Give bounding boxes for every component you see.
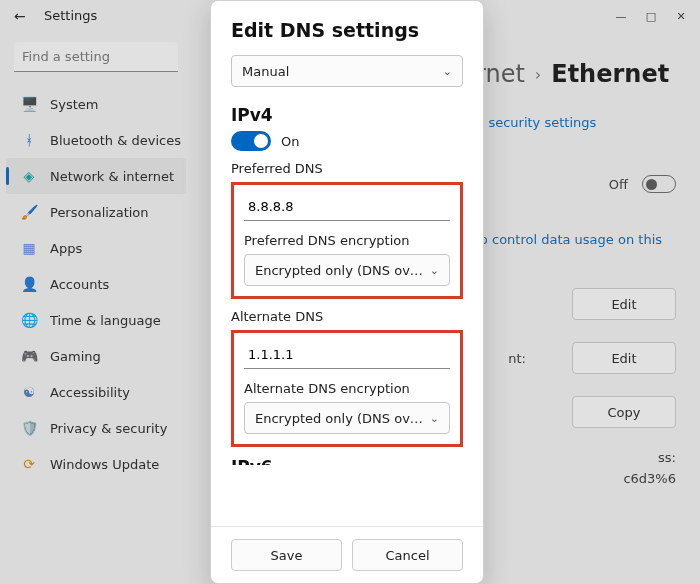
chevron-down-icon: ⌄ — [430, 264, 439, 277]
dialog-footer: Save Cancel — [211, 526, 483, 583]
dns-mode-value: Manual — [242, 64, 289, 79]
alternate-dns-label: Alternate DNS — [231, 309, 463, 324]
cancel-button[interactable]: Cancel — [352, 539, 463, 571]
chevron-down-icon: ⌄ — [430, 412, 439, 425]
chevron-down-icon: ⌄ — [443, 65, 452, 78]
alternate-dns-highlight: Alternate DNS encryption Encrypted only … — [231, 330, 463, 447]
preferred-dns-highlight: Preferred DNS encryption Encrypted only … — [231, 182, 463, 299]
alternate-dns-input[interactable] — [244, 341, 450, 369]
preferred-dns-encryption-value: Encrypted only (DNS over HTTPS) — [255, 263, 430, 278]
preferred-dns-input[interactable] — [244, 193, 450, 221]
ipv6-heading: IPv6 — [231, 457, 463, 465]
alternate-dns-encryption-label: Alternate DNS encryption — [244, 381, 450, 396]
preferred-dns-encryption-label: Preferred DNS encryption — [244, 233, 450, 248]
dns-mode-select[interactable]: Manual ⌄ — [231, 55, 463, 87]
edit-dns-dialog: Edit DNS settings Manual ⌄ IPv4 On Prefe… — [210, 0, 484, 584]
ipv4-toggle-label: On — [281, 134, 299, 149]
ipv4-toggle[interactable] — [231, 131, 271, 151]
preferred-dns-encryption-select[interactable]: Encrypted only (DNS over HTTPS) ⌄ — [244, 254, 450, 286]
ipv4-heading: IPv4 — [231, 105, 463, 125]
alternate-dns-encryption-select[interactable]: Encrypted only (DNS over HTTPS) ⌄ — [244, 402, 450, 434]
dialog-title: Edit DNS settings — [231, 19, 463, 41]
preferred-dns-label: Preferred DNS — [231, 161, 463, 176]
alternate-dns-encryption-value: Encrypted only (DNS over HTTPS) — [255, 411, 430, 426]
save-button[interactable]: Save — [231, 539, 342, 571]
